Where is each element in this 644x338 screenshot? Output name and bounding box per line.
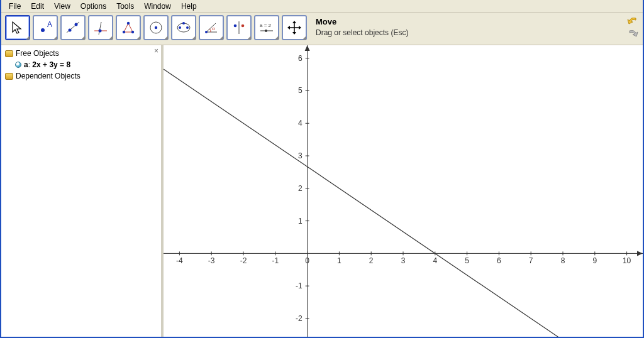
folder-icon [5,73,13,80]
svg-point-11 [131,31,134,33]
svg-point-14 [155,26,157,29]
tool-angle[interactable]: α [199,15,224,40]
cursor-icon [10,20,25,35]
svg-point-28 [265,30,267,32]
svg-text:2: 2 [298,184,303,193]
svg-text:9: 9 [592,256,597,265]
svg-text:5: 5 [298,86,303,95]
svg-point-25 [242,25,245,28]
tool-point[interactable]: A [33,15,58,40]
svg-text:1: 1 [298,217,303,226]
plot-canvas[interactable]: -4-3-2-1012345678910-2-1123456 [164,45,643,337]
graphics-view[interactable]: -4-3-2-1012345678910-2-1123456 [164,45,643,337]
svg-marker-31 [292,21,296,23]
svg-marker-38 [305,45,310,51]
algebra-view[interactable]: × Free Objects a: 2x + 3y = 8 Dependent … [1,45,164,337]
close-icon[interactable]: × [154,46,158,55]
redo-button[interactable] [626,28,639,39]
object-visibility-icon[interactable] [15,62,21,68]
slider-icon: a = 2 [257,21,276,35]
tool-move[interactable] [5,15,30,40]
svg-text:a = 2: a = 2 [260,23,272,28]
svg-text:-3: -3 [208,256,215,265]
svg-point-12 [127,22,130,25]
tree-free-objects[interactable]: Free Objects [5,48,157,59]
svg-text:3: 3 [401,256,406,265]
svg-text:α: α [212,26,215,31]
circle-center-icon [148,19,164,36]
tool-description: Move Drag or select objects (Esc) [316,15,408,38]
svg-text:-1: -1 [296,281,303,290]
point-icon: A [37,19,53,36]
tool-move-view[interactable] [282,15,307,40]
svg-point-1 [41,28,45,32]
svg-text:3: 3 [298,151,303,160]
svg-point-22 [205,31,208,33]
ellipse-icon [175,19,192,36]
svg-text:1: 1 [337,256,341,265]
svg-point-8 [99,30,102,33]
svg-text:6: 6 [298,54,303,63]
menu-tools[interactable]: Tools [111,1,139,12]
polygon-icon [120,19,136,36]
tool-conic[interactable] [171,15,196,40]
object-expression: a: 2x + 3y = 8 [24,60,70,69]
line-points-icon [65,19,81,36]
folder-icon [5,50,13,57]
perpendicular-icon [92,19,109,36]
angle-icon: α [203,19,219,36]
svg-point-16 [179,26,181,29]
menu-file[interactable]: File [4,1,26,12]
svg-text:-2: -2 [240,256,247,265]
svg-text:4: 4 [433,256,437,265]
tool-circle-center[interactable] [143,15,169,40]
svg-point-17 [186,26,189,29]
tool-reflect[interactable] [226,15,252,40]
svg-text:-1: -1 [272,256,279,265]
svg-text:6: 6 [497,256,501,265]
svg-text:0: 0 [305,256,309,265]
svg-point-10 [123,31,125,33]
tool-title: Move [316,16,408,28]
svg-text:2: 2 [369,256,374,265]
tool-polygon[interactable] [116,15,141,40]
menu-edit[interactable]: Edit [26,1,49,12]
svg-marker-36 [637,251,643,256]
menu-window[interactable]: Window [139,1,176,12]
menu-options[interactable]: Options [75,1,111,12]
reflect-icon [231,19,247,36]
svg-marker-0 [13,22,21,33]
svg-text:7: 7 [529,256,533,265]
svg-text:5: 5 [465,256,469,265]
menu-view[interactable]: View [49,1,75,12]
free-objects-label: Free Objects [16,49,59,58]
svg-text:4: 4 [298,119,303,128]
menu-bar: File Edit View Options Tools Window Help [1,0,643,13]
undo-button[interactable] [626,15,639,26]
svg-marker-32 [292,32,296,35]
history-buttons [626,15,639,39]
move-view-icon [287,20,302,35]
redo-icon [627,28,638,38]
svg-line-7 [99,22,101,35]
tool-perpendicular[interactable] [88,15,113,40]
svg-point-18 [182,22,185,25]
tree-dependent-objects[interactable]: Dependent Objects [5,70,157,82]
svg-text:A: A [47,20,52,29]
svg-point-5 [75,23,78,26]
svg-point-4 [69,29,72,32]
svg-marker-33 [287,26,290,30]
svg-text:-2: -2 [296,314,303,323]
main-area: × Free Objects a: 2x + 3y = 8 Dependent … [1,45,643,337]
menu-help[interactable]: Help [176,1,202,12]
svg-text:10: 10 [623,256,631,265]
dependent-objects-label: Dependent Objects [16,72,80,80]
tool-slider[interactable]: a = 2 [254,15,279,40]
svg-point-24 [234,25,237,28]
svg-marker-34 [299,26,301,30]
tree-object-a[interactable]: a: 2x + 3y = 8 [15,59,157,70]
svg-text:8: 8 [561,256,565,265]
tool-subtitle: Drag or select objects (Esc) [316,28,408,38]
tool-line-two-points[interactable] [60,15,86,40]
svg-line-85 [164,69,643,337]
